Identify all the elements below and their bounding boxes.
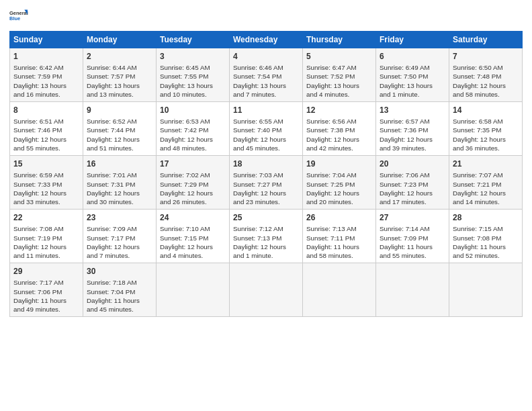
header: GeneralBlue xyxy=(9,7,523,26)
day-info: Sunrise: 6:57 AMSunset: 7:36 PMDaylight:… xyxy=(380,117,445,152)
day-number: 16 xyxy=(87,158,152,169)
day-number: 11 xyxy=(233,105,299,116)
day-cell: 12Sunrise: 6:56 AMSunset: 7:38 PMDayligh… xyxy=(303,102,376,156)
day-info: Sunrise: 6:50 AMSunset: 7:48 PMDaylight:… xyxy=(453,63,519,99)
day-info: Sunrise: 7:15 AMSunset: 7:08 PMDaylight:… xyxy=(453,224,519,260)
day-number: 26 xyxy=(306,212,372,223)
day-info: Sunrise: 7:09 AMSunset: 7:17 PMDaylight:… xyxy=(87,224,152,260)
day-info: Sunrise: 6:56 AMSunset: 7:38 PMDaylight:… xyxy=(306,117,372,152)
day-info: Sunrise: 6:52 AMSunset: 7:44 PMDaylight:… xyxy=(87,117,152,152)
day-number: 12 xyxy=(306,105,372,116)
svg-text:Blue: Blue xyxy=(9,15,20,21)
day-info: Sunrise: 6:44 AMSunset: 7:57 PMDaylight:… xyxy=(87,63,152,99)
day-info: Sunrise: 7:14 AMSunset: 7:09 PMDaylight:… xyxy=(380,224,445,260)
day-number: 2 xyxy=(87,51,152,62)
day-info: Sunrise: 7:13 AMSunset: 7:11 PMDaylight:… xyxy=(306,224,372,260)
day-cell: 19Sunrise: 7:04 AMSunset: 7:25 PMDayligh… xyxy=(303,156,376,210)
week-row-5: 29Sunrise: 7:17 AMSunset: 7:06 PMDayligh… xyxy=(10,263,523,317)
day-cell: 22Sunrise: 7:08 AMSunset: 7:19 PMDayligh… xyxy=(10,210,83,263)
day-number: 14 xyxy=(453,105,519,116)
day-info: Sunrise: 7:07 AMSunset: 7:21 PMDaylight:… xyxy=(453,171,519,206)
day-cell: 13Sunrise: 6:57 AMSunset: 7:36 PMDayligh… xyxy=(376,102,449,156)
day-number: 3 xyxy=(160,51,226,62)
week-row-2: 8Sunrise: 6:51 AMSunset: 7:46 PMDaylight… xyxy=(10,102,523,156)
day-cell xyxy=(303,263,376,317)
logo-icon: GeneralBlue xyxy=(9,7,28,26)
day-number: 23 xyxy=(87,212,152,223)
col-header-tuesday: Tuesday xyxy=(157,32,230,48)
day-cell: 5Sunrise: 6:47 AMSunset: 7:52 PMDaylight… xyxy=(303,48,376,102)
day-cell: 2Sunrise: 6:44 AMSunset: 7:57 PMDaylight… xyxy=(83,48,157,102)
day-info: Sunrise: 7:12 AMSunset: 7:13 PMDaylight:… xyxy=(233,224,299,260)
day-info: Sunrise: 6:55 AMSunset: 7:40 PMDaylight:… xyxy=(233,117,299,152)
week-row-3: 15Sunrise: 6:59 AMSunset: 7:33 PMDayligh… xyxy=(10,156,523,210)
day-cell: 6Sunrise: 6:49 AMSunset: 7:50 PMDaylight… xyxy=(376,48,449,102)
day-number: 5 xyxy=(306,51,372,62)
day-number: 27 xyxy=(380,212,445,223)
day-cell: 7Sunrise: 6:50 AMSunset: 7:48 PMDaylight… xyxy=(449,48,523,102)
day-cell: 20Sunrise: 7:06 AMSunset: 7:23 PMDayligh… xyxy=(376,156,449,210)
day-cell: 17Sunrise: 7:02 AMSunset: 7:29 PMDayligh… xyxy=(157,156,230,210)
col-header-thursday: Thursday xyxy=(303,32,376,48)
day-cell: 1Sunrise: 6:42 AMSunset: 7:59 PMDaylight… xyxy=(10,48,83,102)
day-cell xyxy=(449,263,523,317)
day-number: 29 xyxy=(13,266,79,277)
day-cell: 29Sunrise: 7:17 AMSunset: 7:06 PMDayligh… xyxy=(10,263,83,317)
day-cell: 10Sunrise: 6:53 AMSunset: 7:42 PMDayligh… xyxy=(157,102,230,156)
day-info: Sunrise: 6:59 AMSunset: 7:33 PMDaylight:… xyxy=(13,171,79,206)
day-info: Sunrise: 6:46 AMSunset: 7:54 PMDaylight:… xyxy=(233,63,299,99)
day-info: Sunrise: 6:49 AMSunset: 7:50 PMDaylight:… xyxy=(380,63,445,99)
day-cell: 4Sunrise: 6:46 AMSunset: 7:54 PMDaylight… xyxy=(230,48,303,102)
day-number: 13 xyxy=(380,105,445,116)
day-number: 7 xyxy=(453,51,519,62)
day-info: Sunrise: 7:18 AMSunset: 7:04 PMDaylight:… xyxy=(87,278,152,314)
day-info: Sunrise: 6:45 AMSunset: 7:55 PMDaylight:… xyxy=(160,63,226,99)
day-cell: 23Sunrise: 7:09 AMSunset: 7:17 PMDayligh… xyxy=(83,210,157,263)
day-info: Sunrise: 6:47 AMSunset: 7:52 PMDaylight:… xyxy=(306,63,372,99)
day-cell: 11Sunrise: 6:55 AMSunset: 7:40 PMDayligh… xyxy=(230,102,303,156)
day-cell: 9Sunrise: 6:52 AMSunset: 7:44 PMDaylight… xyxy=(83,102,157,156)
day-cell: 28Sunrise: 7:15 AMSunset: 7:08 PMDayligh… xyxy=(449,210,523,263)
day-cell: 8Sunrise: 6:51 AMSunset: 7:46 PMDaylight… xyxy=(10,102,83,156)
week-row-4: 22Sunrise: 7:08 AMSunset: 7:19 PMDayligh… xyxy=(10,210,523,263)
day-cell: 27Sunrise: 7:14 AMSunset: 7:09 PMDayligh… xyxy=(376,210,449,263)
day-cell xyxy=(157,263,230,317)
day-cell: 14Sunrise: 6:58 AMSunset: 7:35 PMDayligh… xyxy=(449,102,523,156)
day-cell: 16Sunrise: 7:01 AMSunset: 7:31 PMDayligh… xyxy=(83,156,157,210)
day-info: Sunrise: 7:17 AMSunset: 7:06 PMDaylight:… xyxy=(13,278,79,314)
day-cell: 18Sunrise: 7:03 AMSunset: 7:27 PMDayligh… xyxy=(230,156,303,210)
day-info: Sunrise: 7:03 AMSunset: 7:27 PMDaylight:… xyxy=(233,171,299,206)
day-number: 17 xyxy=(160,158,226,169)
day-number: 4 xyxy=(233,51,299,62)
day-number: 20 xyxy=(380,158,445,169)
day-number: 8 xyxy=(13,105,79,116)
day-number: 6 xyxy=(380,51,445,62)
col-header-friday: Friday xyxy=(376,32,449,48)
day-number: 30 xyxy=(87,266,152,277)
day-cell: 26Sunrise: 7:13 AMSunset: 7:11 PMDayligh… xyxy=(303,210,376,263)
day-cell: 15Sunrise: 6:59 AMSunset: 7:33 PMDayligh… xyxy=(10,156,83,210)
day-number: 19 xyxy=(306,158,372,169)
day-cell: 24Sunrise: 7:10 AMSunset: 7:15 PMDayligh… xyxy=(157,210,230,263)
col-header-wednesday: Wednesday xyxy=(230,32,303,48)
day-cell: 30Sunrise: 7:18 AMSunset: 7:04 PMDayligh… xyxy=(83,263,157,317)
day-info: Sunrise: 7:01 AMSunset: 7:31 PMDaylight:… xyxy=(87,171,152,206)
calendar-container: GeneralBlue SundayMondayTuesdayWednesday… xyxy=(0,0,532,322)
day-info: Sunrise: 7:06 AMSunset: 7:23 PMDaylight:… xyxy=(380,171,445,206)
day-number: 24 xyxy=(160,212,226,223)
day-number: 9 xyxy=(87,105,152,116)
day-number: 25 xyxy=(233,212,299,223)
day-number: 28 xyxy=(453,212,519,223)
day-cell xyxy=(376,263,449,317)
day-info: Sunrise: 7:04 AMSunset: 7:25 PMDaylight:… xyxy=(306,171,372,206)
header-row: SundayMondayTuesdayWednesdayThursdayFrid… xyxy=(10,32,523,48)
day-number: 10 xyxy=(160,105,226,116)
day-number: 22 xyxy=(13,212,79,223)
day-info: Sunrise: 7:08 AMSunset: 7:19 PMDaylight:… xyxy=(13,224,79,260)
logo: GeneralBlue xyxy=(9,7,28,26)
day-cell xyxy=(230,263,303,317)
col-header-monday: Monday xyxy=(83,32,157,48)
day-info: Sunrise: 7:10 AMSunset: 7:15 PMDaylight:… xyxy=(160,224,226,260)
day-number: 15 xyxy=(13,158,79,169)
day-number: 1 xyxy=(13,51,79,62)
